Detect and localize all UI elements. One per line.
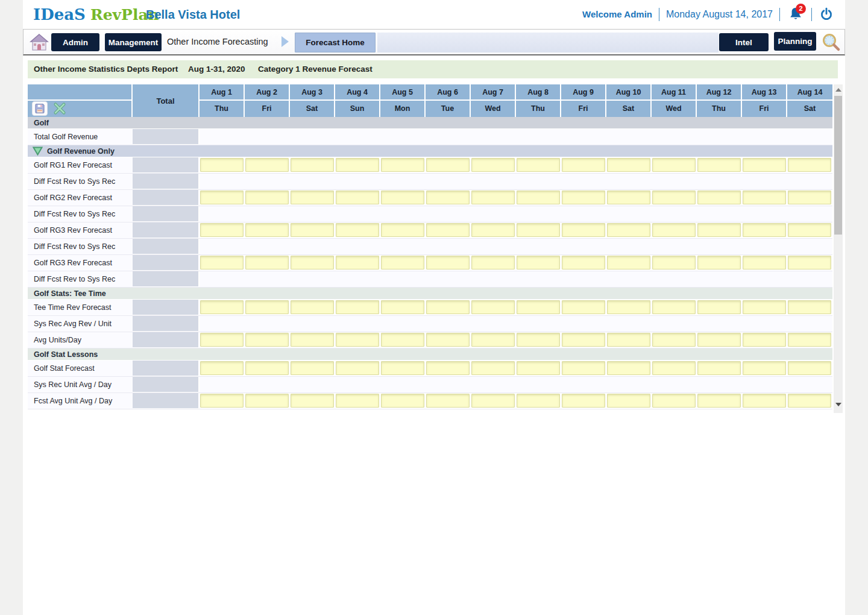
forecast-input-cell[interactable] <box>607 394 650 408</box>
welcome-user-link[interactable]: Welcome Admin <box>582 9 652 19</box>
forecast-input-cell[interactable] <box>336 333 379 347</box>
forecast-input-cell[interactable] <box>291 300 334 314</box>
forecast-input-cell[interactable] <box>245 191 289 204</box>
forecast-input-cell[interactable] <box>743 223 786 237</box>
forecast-input-cell[interactable] <box>336 361 379 375</box>
forecast-input-cell[interactable] <box>291 333 334 347</box>
scroll-up-icon[interactable] <box>834 84 843 95</box>
forecast-input-cell[interactable] <box>336 191 379 204</box>
forecast-home-button[interactable]: Forecast Home <box>295 33 376 52</box>
forecast-input-cell[interactable] <box>788 394 831 408</box>
forecast-input-cell[interactable] <box>743 333 786 347</box>
forecast-input-cell[interactable] <box>517 256 560 270</box>
forecast-input-cell[interactable] <box>697 256 741 270</box>
forecast-input-cell[interactable] <box>200 333 244 347</box>
forecast-input-cell[interactable] <box>291 223 334 237</box>
forecast-input-cell[interactable] <box>381 158 424 172</box>
forecast-input-cell[interactable] <box>562 333 605 347</box>
forecast-input-cell[interactable] <box>291 361 334 375</box>
forecast-input-cell[interactable] <box>697 361 741 375</box>
forecast-input-cell[interactable] <box>471 158 515 172</box>
forecast-input-cell[interactable] <box>291 256 334 270</box>
forecast-input-cell[interactable] <box>381 394 424 408</box>
forecast-input-cell[interactable] <box>517 158 560 172</box>
forecast-input-cell[interactable] <box>426 394 470 408</box>
forecast-input-cell[interactable] <box>336 300 379 314</box>
forecast-input-cell[interactable] <box>517 300 560 314</box>
save-icon[interactable] <box>32 101 48 116</box>
forecast-input-cell[interactable] <box>652 300 696 314</box>
forecast-input-cell[interactable] <box>336 223 379 237</box>
forecast-input-cell[interactable] <box>652 361 696 375</box>
forecast-input-cell[interactable] <box>336 158 379 172</box>
forecast-input-cell[interactable] <box>743 300 786 314</box>
forecast-input-cell[interactable] <box>788 158 831 172</box>
forecast-input-cell[interactable] <box>562 394 605 408</box>
forecast-input-cell[interactable] <box>245 158 289 172</box>
forecast-input-cell[interactable] <box>788 223 831 237</box>
forecast-input-cell[interactable] <box>788 361 831 375</box>
forecast-input-cell[interactable] <box>607 158 650 172</box>
forecast-input-cell[interactable] <box>743 191 786 204</box>
planning-button[interactable]: Planning <box>774 32 816 51</box>
forecast-input-cell[interactable] <box>517 333 560 347</box>
forecast-input-cell[interactable] <box>517 394 560 408</box>
forecast-input-cell[interactable] <box>788 300 831 314</box>
scroll-down-icon[interactable] <box>834 399 843 410</box>
forecast-input-cell[interactable] <box>336 256 379 270</box>
forecast-input-cell[interactable] <box>471 394 515 408</box>
forecast-input-cell[interactable] <box>652 256 696 270</box>
forecast-input-cell[interactable] <box>200 361 244 375</box>
discard-x-icon[interactable] <box>52 101 67 116</box>
forecast-input-cell[interactable] <box>652 191 696 204</box>
forecast-input-cell[interactable] <box>743 361 786 375</box>
forecast-input-cell[interactable] <box>426 191 470 204</box>
forecast-input-cell[interactable] <box>607 256 650 270</box>
forecast-input-cell[interactable] <box>245 300 289 314</box>
vertical-scrollbar[interactable] <box>834 84 843 413</box>
forecast-input-cell[interactable] <box>381 333 424 347</box>
forecast-input-cell[interactable] <box>562 361 605 375</box>
forecast-input-cell[interactable] <box>562 158 605 172</box>
forecast-input-cell[interactable] <box>426 333 470 347</box>
forecast-input-cell[interactable] <box>200 394 244 408</box>
forecast-input-cell[interactable] <box>426 300 470 314</box>
forecast-input-cell[interactable] <box>426 361 470 375</box>
forecast-input-cell[interactable] <box>652 333 696 347</box>
home-icon[interactable] <box>28 32 50 52</box>
forecast-input-cell[interactable] <box>200 223 244 237</box>
forecast-input-cell[interactable] <box>607 361 650 375</box>
forecast-input-cell[interactable] <box>471 333 515 347</box>
forecast-input-cell[interactable] <box>245 333 289 347</box>
forecast-input-cell[interactable] <box>743 394 786 408</box>
forecast-input-cell[interactable] <box>788 256 831 270</box>
forecast-input-cell[interactable] <box>697 300 741 314</box>
forecast-input-cell[interactable] <box>697 394 741 408</box>
forecast-input-cell[interactable] <box>562 223 605 237</box>
forecast-input-cell[interactable] <box>697 158 741 172</box>
forecast-input-cell[interactable] <box>200 158 244 172</box>
scrollbar-thumb[interactable] <box>834 96 842 235</box>
forecast-input-cell[interactable] <box>697 223 741 237</box>
forecast-input-cell[interactable] <box>607 333 650 347</box>
forecast-input-cell[interactable] <box>381 300 424 314</box>
forecast-input-cell[interactable] <box>426 256 470 270</box>
forecast-input-cell[interactable] <box>697 333 741 347</box>
forecast-input-cell[interactable] <box>562 256 605 270</box>
forecast-input-cell[interactable] <box>245 394 289 408</box>
forecast-input-cell[interactable] <box>517 361 560 375</box>
forecast-input-cell[interactable] <box>743 256 786 270</box>
forecast-input-cell[interactable] <box>471 256 515 270</box>
forecast-input-cell[interactable] <box>200 256 244 270</box>
forecast-input-cell[interactable] <box>607 191 650 204</box>
forecast-input-cell[interactable] <box>426 158 470 172</box>
forecast-input-cell[interactable] <box>788 191 831 204</box>
forecast-input-cell[interactable] <box>562 191 605 204</box>
forecast-input-cell[interactable] <box>607 223 650 237</box>
forecast-input-cell[interactable] <box>245 256 289 270</box>
forecast-input-cell[interactable] <box>517 223 560 237</box>
forecast-input-cell[interactable] <box>291 158 334 172</box>
forecast-input-cell[interactable] <box>381 256 424 270</box>
power-icon[interactable] <box>819 7 834 22</box>
forecast-input-cell[interactable] <box>517 191 560 204</box>
